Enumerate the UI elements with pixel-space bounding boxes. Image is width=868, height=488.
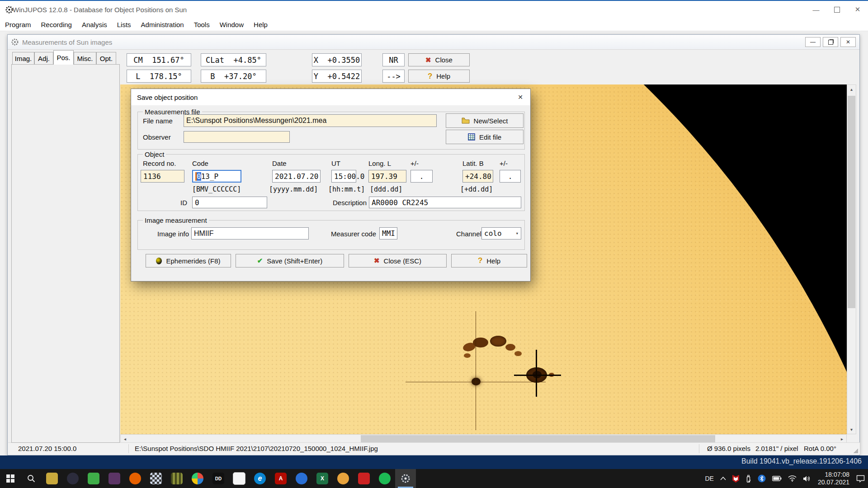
taskbar-app-dolby[interactable]: DD [208, 469, 229, 488]
tab-adj[interactable]: Adj. [34, 52, 53, 64]
firefox-icon [129, 473, 141, 484]
dialog-close-button[interactable]: ✖ Close (ESC) [349, 254, 447, 267]
menu-recording[interactable]: Recording [36, 21, 77, 28]
ephemerides-button[interactable]: Ephemerides (F8) [146, 254, 231, 267]
new-select-label: New/Select [474, 117, 508, 125]
resize-grip[interactable] [854, 449, 858, 453]
menu-program[interactable]: Program [0, 21, 36, 28]
tab-pos[interactable]: Pos. [53, 50, 74, 65]
date-field[interactable]: 2021.07.20 [272, 170, 321, 183]
menu-help[interactable]: Help [249, 21, 273, 28]
code-field[interactable]: 013_P [192, 170, 241, 183]
menu-lists[interactable]: Lists [112, 21, 136, 28]
child-close-button[interactable]: ✕ [840, 37, 856, 47]
child-restore-button[interactable] [823, 37, 838, 47]
lat-pm-field[interactable]: . [500, 170, 521, 183]
dialog-close-icon[interactable]: ✕ [514, 91, 527, 103]
measurer-code-field[interactable]: MMI [379, 227, 397, 239]
taskbar-clock[interactable]: 18:07:08 20.07.2021 [814, 471, 853, 486]
menu-window[interactable]: Window [215, 21, 249, 28]
taskbar-app-green-circle[interactable] [374, 469, 395, 488]
bluetooth-icon[interactable] [755, 469, 769, 488]
wifi-icon[interactable] [785, 469, 800, 488]
taskbar: DD e A X DE [0, 469, 868, 488]
taskbar-app-acrobat[interactable]: A [270, 469, 291, 488]
close-button[interactable]: ✕ [847, 1, 868, 18]
taskbar-app-film-checker[interactable] [146, 469, 166, 488]
tray-chevron-icon[interactable] [717, 469, 729, 488]
channel-dropdown[interactable]: colo ▾ [481, 227, 521, 239]
taskbar-app-edge[interactable]: e [250, 469, 270, 488]
taskbar-app-pinwheel[interactable] [187, 469, 208, 488]
observer-field[interactable] [184, 131, 290, 143]
dialog-save-button[interactable]: ✔ Save (Shift+Enter) [236, 254, 344, 267]
taskbar-app-film-strip[interactable] [166, 469, 187, 488]
main-window-controls: — ✕ [806, 1, 868, 18]
status-file-path: E:\Sunspot Positions\SDO HMIIF 2021\2107… [135, 445, 378, 452]
dialog-help-label: Help [486, 257, 500, 265]
child-minimize-button[interactable]: — [805, 37, 821, 47]
taskbar-app-winjupos-active[interactable] [395, 469, 416, 488]
clock-time: 18:07:08 [818, 471, 849, 479]
search-button[interactable] [21, 469, 42, 488]
x-readout: X +0.3550 [312, 53, 362, 66]
id-label: ID [180, 199, 187, 206]
ephemerides-sphere-icon [156, 258, 162, 264]
toolbar-help-button[interactable]: ? Help [408, 70, 470, 83]
usb-icon[interactable] [742, 469, 755, 488]
taskbar-app-amber[interactable] [333, 469, 354, 488]
start-button[interactable] [0, 469, 21, 488]
taskbar-app-document[interactable] [229, 469, 250, 488]
status-rotation: RotA 0.00° [804, 445, 836, 452]
new-select-button[interactable]: New/Select [446, 113, 524, 128]
horizontal-scroll-thumb[interactable] [361, 435, 715, 443]
description-field[interactable]: AR0000 CR2245 [369, 197, 521, 208]
latit-b-field[interactable]: +24.80 [462, 170, 493, 183]
menu-administration[interactable]: Administration [136, 21, 189, 28]
description-label: Description [333, 199, 367, 206]
nr-button[interactable]: NR [382, 53, 405, 66]
minimize-button[interactable]: — [806, 1, 826, 18]
long-pm-field[interactable]: . [410, 170, 433, 183]
taskbar-app-purple[interactable] [104, 469, 125, 488]
status-image-scale: 2.0181" / pixel [755, 445, 798, 452]
image-info-field[interactable]: HMIIF [191, 227, 309, 239]
edit-file-button[interactable]: Edit file [446, 130, 524, 144]
toolbar-close-button[interactable]: ✖ Close [408, 53, 470, 66]
taskbar-app-yellow[interactable] [42, 469, 62, 488]
taskbar-app-green[interactable] [83, 469, 104, 488]
taskbar-app-firefox[interactable] [125, 469, 146, 488]
record-no-field[interactable]: 1136 [141, 170, 184, 183]
id-field[interactable]: 0 [192, 197, 267, 208]
taskbar-app-dark-globe[interactable] [62, 469, 83, 488]
purple-app-icon [108, 473, 120, 484]
battery-icon[interactable] [769, 469, 785, 488]
taskbar-app-excel[interactable]: X [312, 469, 333, 488]
toolbar-close-label: Close [435, 56, 453, 64]
windows-logo-icon [6, 474, 14, 483]
vertical-scroll-thumb[interactable] [848, 96, 855, 308]
maximize-button[interactable] [826, 1, 847, 18]
menu-tools[interactable]: Tools [189, 21, 215, 28]
scroll-up-icon[interactable]: ▴ [847, 85, 856, 94]
tab-opt[interactable]: Opt. [96, 52, 116, 64]
tab-imag[interactable]: Imag. [12, 52, 34, 64]
help-question-icon: ? [428, 72, 432, 81]
file-name-field[interactable]: E:\Sunspot Positions\Messungen\2021.mea [184, 114, 437, 127]
dialog-help-button[interactable]: ? Help [451, 254, 527, 267]
l-readout: L 178.15° [127, 70, 191, 83]
long-l-field[interactable]: 197.39 [368, 170, 406, 183]
menu-analysis[interactable]: Analysis [77, 21, 112, 28]
vertical-scrollbar[interactable]: ▴ ▾ [847, 84, 856, 434]
mcafee-icon[interactable] [729, 469, 742, 488]
notification-center-icon[interactable] [853, 469, 868, 488]
tab-misc[interactable]: Misc. [74, 52, 96, 64]
taskbar-app-blue[interactable] [291, 469, 312, 488]
scroll-down-icon[interactable]: ▾ [847, 425, 856, 434]
arrow-button[interactable]: --> [382, 70, 405, 83]
main-title-bar: WinJUPOS 12.0.8 - Database for Object Po… [0, 1, 868, 18]
volume-icon[interactable] [800, 469, 814, 488]
ut-field[interactable]: 15:00.0 [331, 170, 356, 183]
language-indicator[interactable]: DE [702, 469, 717, 488]
taskbar-app-red[interactable] [354, 469, 374, 488]
